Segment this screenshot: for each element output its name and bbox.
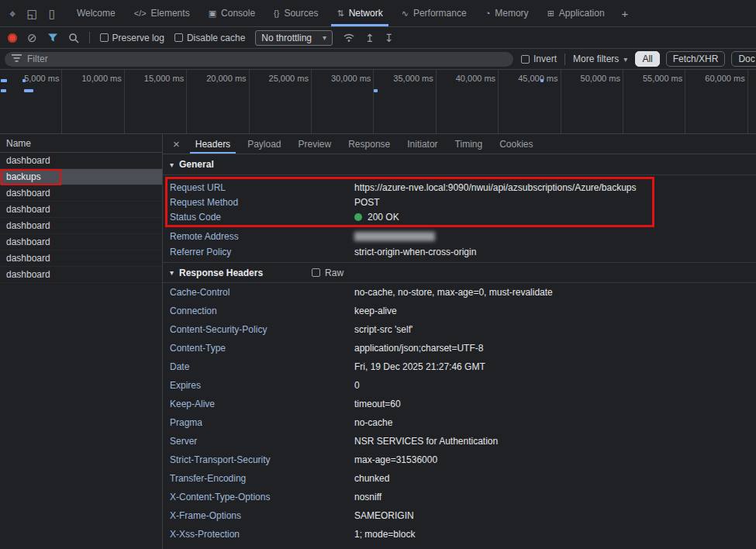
details-tab[interactable]: Payload bbox=[239, 134, 289, 154]
details-tab-label: Response bbox=[348, 139, 390, 150]
filter-field[interactable] bbox=[5, 52, 513, 67]
general-section-header[interactable]: ▾ General bbox=[163, 154, 756, 175]
header-value: 0 bbox=[354, 380, 360, 391]
device-toolbar-icon[interactable]: ◱ bbox=[26, 8, 37, 19]
record-button[interactable] bbox=[8, 33, 17, 43]
annotation-box-general: Request URL https://azure-nve.local:9090… bbox=[165, 177, 654, 227]
request-row[interactable]: dashboard bbox=[0, 267, 162, 283]
timeline-request-mark[interactable] bbox=[24, 89, 33, 92]
devtools-tab[interactable]: </> Elements bbox=[125, 0, 199, 26]
devtools-tab[interactable]: ▣ Console bbox=[199, 0, 264, 26]
header-name: Expires bbox=[170, 380, 354, 391]
inspect-icon[interactable]: ⌖ bbox=[9, 8, 16, 19]
filter-input[interactable] bbox=[27, 54, 506, 64]
checkbox-box[interactable] bbox=[312, 268, 320, 277]
close-icon[interactable]: × bbox=[166, 134, 187, 154]
timeline-request-mark[interactable] bbox=[374, 89, 378, 92]
timeline-request-mark[interactable] bbox=[540, 79, 544, 82]
filter-funnel-icon[interactable] bbox=[47, 33, 58, 43]
filter-chip[interactable]: Doc bbox=[731, 51, 756, 67]
more-tabs-button[interactable]: + bbox=[614, 0, 637, 26]
devtools-tab[interactable]: ∿ Performance bbox=[392, 0, 476, 26]
header-value: strict-origin-when-cross-origin bbox=[354, 247, 476, 257]
header-name: Cache-Control bbox=[170, 287, 354, 298]
throttling-select[interactable]: No throttling ▾ bbox=[255, 30, 333, 46]
more-filters-label: More filters bbox=[573, 54, 619, 64]
disable-cache-checkbox[interactable]: Disable cache bbox=[174, 33, 245, 43]
header-name: Status Code bbox=[170, 212, 354, 223]
timeline-request-mark[interactable] bbox=[1, 79, 7, 82]
details-tab[interactable]: Cookies bbox=[491, 134, 541, 154]
header-value: no-cache, no-store, max-age=0, must-reva… bbox=[354, 287, 553, 298]
toolbar-divider bbox=[564, 54, 565, 65]
request-row[interactable]: dashboard bbox=[0, 234, 162, 250]
header-name: Connection bbox=[170, 306, 354, 316]
details-tab[interactable]: Headers bbox=[187, 134, 239, 154]
import-har-icon[interactable]: ↥ bbox=[365, 32, 375, 44]
details-tab[interactable]: Initiator bbox=[399, 134, 446, 154]
headers-content[interactable]: ▾ General Request URL https://azure-nve.… bbox=[163, 154, 756, 549]
chevron-down-icon: ▾ bbox=[623, 55, 627, 64]
devtools-tab[interactable]: ⇅ Network bbox=[327, 0, 392, 26]
request-row-label: backups bbox=[6, 171, 41, 182]
header-name: Date bbox=[170, 361, 354, 372]
devtools-tab[interactable]: Welcome bbox=[67, 0, 125, 26]
response-header-row: Connection keep-alive bbox=[163, 302, 756, 320]
details-tab-label: Initiator bbox=[407, 139, 437, 150]
details-tab-label: Payload bbox=[247, 139, 281, 150]
header-name: Referrer Policy bbox=[170, 247, 354, 257]
network-toolbar: ⊘ Preserve log Disable cache No throttli… bbox=[0, 27, 756, 49]
header-name: Transfer-Encoding bbox=[170, 473, 354, 484]
devtools-tab[interactable]: ◔ Memory bbox=[476, 0, 538, 26]
details-tab[interactable]: Timing bbox=[447, 134, 492, 154]
request-row[interactable]: dashboard bbox=[0, 202, 162, 218]
request-row[interactable]: dashboard bbox=[0, 185, 162, 202]
header-value bbox=[354, 231, 435, 242]
chevron-down-icon: ▾ bbox=[323, 33, 326, 42]
header-name: X-Xss-Protection bbox=[170, 529, 354, 540]
more-filters-button[interactable]: More filters ▾ bbox=[573, 54, 627, 64]
header-name: Pragma bbox=[170, 417, 354, 428]
response-headers-section-header[interactable]: ▾ Response Headers Raw bbox=[163, 262, 756, 283]
clear-log-icon[interactable]: ⊘ bbox=[27, 32, 37, 43]
details-tab[interactable]: Response bbox=[340, 134, 399, 154]
request-row[interactable]: dashboard bbox=[0, 250, 162, 267]
response-header-row: X-Content-Type-Options nosniff bbox=[163, 488, 756, 506]
invert-label: Invert bbox=[533, 54, 557, 64]
checkbox-box[interactable] bbox=[521, 55, 530, 64]
header-name: X-Frame-Options bbox=[170, 510, 354, 521]
sources-icon: {} bbox=[274, 9, 279, 18]
header-value: chunked bbox=[354, 473, 389, 484]
network-conditions-icon[interactable] bbox=[343, 33, 355, 43]
header-name: Server bbox=[170, 436, 354, 447]
details-tab-label: Preview bbox=[299, 139, 332, 150]
header-value: no-cache bbox=[354, 417, 392, 428]
filter-chip[interactable]: Fetch/XHR bbox=[666, 51, 726, 67]
preserve-log-checkbox[interactable]: Preserve log bbox=[100, 33, 164, 43]
checkbox-box[interactable] bbox=[100, 33, 109, 42]
timeline-request-mark[interactable] bbox=[22, 79, 26, 82]
name-column-header[interactable]: Name bbox=[0, 134, 162, 153]
raw-checkbox[interactable]: Raw bbox=[312, 268, 343, 278]
details-tab-label: Headers bbox=[195, 139, 230, 150]
checkbox-box[interactable] bbox=[174, 33, 183, 42]
filter-chip[interactable]: All bbox=[635, 51, 659, 67]
request-row-selected[interactable]: backups bbox=[0, 169, 162, 185]
export-har-icon[interactable]: ↧ bbox=[385, 32, 394, 44]
devtools-tab[interactable]: ⊞ Application bbox=[538, 0, 614, 26]
dock-side-icon[interactable]: ▯ bbox=[49, 8, 55, 19]
devtools-tab[interactable]: {} Sources bbox=[264, 0, 327, 26]
raw-label: Raw bbox=[325, 268, 343, 278]
request-row[interactable]: dashboard bbox=[0, 218, 162, 234]
invert-checkbox[interactable]: Invert bbox=[521, 54, 557, 64]
header-name: X-Content-Type-Options bbox=[170, 492, 354, 502]
response-header-row: Strict-Transport-Security max-age=315360… bbox=[163, 451, 756, 469]
details-tab-label: Cookies bbox=[499, 139, 533, 150]
search-icon[interactable] bbox=[68, 33, 79, 43]
timeline-overview[interactable]: 5,000 ms 10,000 ms 15,000 ms 20,000 ms 2… bbox=[0, 70, 756, 134]
request-row[interactable]: dashboard bbox=[0, 153, 162, 169]
panel-icons: ⌖ ◱ ▯ bbox=[0, 0, 64, 26]
header-name: Content-Security-Policy bbox=[170, 324, 354, 335]
timeline-request-mark[interactable] bbox=[1, 89, 6, 92]
details-tab[interactable]: Preview bbox=[290, 134, 340, 154]
